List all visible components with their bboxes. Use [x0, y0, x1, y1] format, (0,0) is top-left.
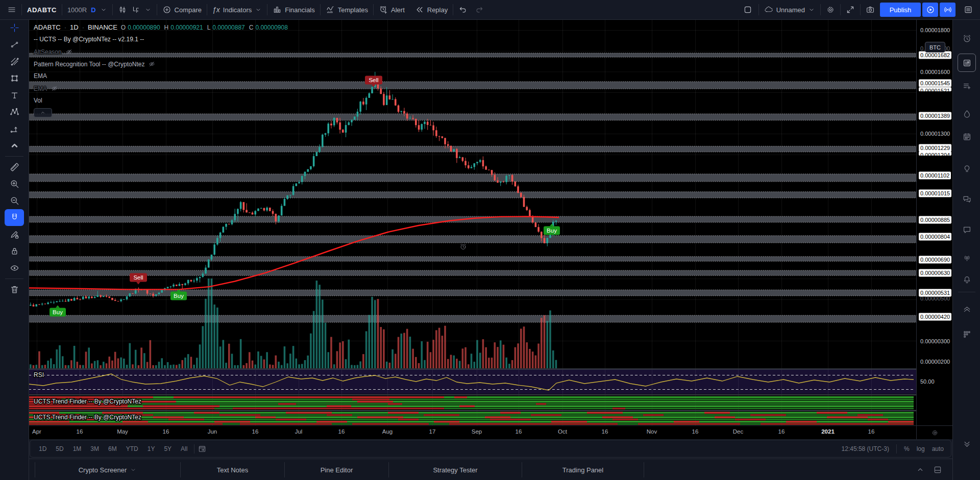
legend-row-vol[interactable]: Vol — [34, 97, 42, 104]
scale-toggle-percent[interactable]: % — [904, 445, 910, 452]
legend-study-title[interactable]: -- UCTS -- By @CryptoNTez -- v2.19.1 -- — [34, 36, 144, 43]
sidebar-calendar-button[interactable] — [958, 128, 975, 145]
price-axis[interactable]: BTC 0.000018000.000017000.000016000.0000… — [916, 19, 953, 425]
alert-button[interactable]: Alert — [374, 0, 410, 19]
time-axis[interactable]: Apr16May16Jun16Jul16Aug17Sep16Oct16Nov16… — [29, 425, 916, 439]
ruler-tool[interactable] — [5, 159, 24, 175]
layout-menu[interactable]: Unnamed — [759, 0, 820, 19]
financials-button[interactable]: Financials — [267, 0, 320, 19]
tab-trading-panel[interactable]: Trading Panel — [522, 462, 644, 477]
lock-tool[interactable] — [5, 243, 24, 260]
sidebar-chat-duo-button[interactable] — [958, 190, 975, 208]
range-button-ytd[interactable]: YTD — [122, 444, 142, 454]
go-to-date-icon[interactable] — [198, 444, 207, 453]
templates-button[interactable]: Templates — [321, 0, 373, 19]
axis-gear-icon[interactable] — [931, 429, 939, 437]
sidebar-dbl-chevron-down-button[interactable] — [958, 435, 975, 452]
prediction-tool[interactable] — [5, 120, 24, 137]
currency-toggle-button[interactable]: BTC — [925, 42, 945, 53]
indicators-button[interactable]: ƒx Indicators — [207, 0, 267, 19]
candles-style-icon[interactable] — [118, 5, 127, 14]
scale-toggle-auto[interactable]: auto — [932, 445, 944, 452]
symbol-search-button[interactable]: ADABTC — [22, 0, 62, 19]
publish-button[interactable]: Publish — [880, 3, 921, 17]
main-menu-button[interactable] — [0, 0, 21, 19]
tab-crypto-screener[interactable]: Crypto Screener — [35, 462, 181, 477]
range-button-1d[interactable]: 1D — [35, 444, 50, 454]
range-button-5d[interactable]: 5D — [52, 444, 67, 454]
legend-row-altseason[interactable]: AltSeason — [34, 48, 73, 56]
gear-icon[interactable] — [826, 5, 835, 14]
tab-strategy-tester[interactable]: Strategy Tester — [389, 462, 522, 477]
fullscreen-button[interactable] — [841, 0, 860, 19]
symbol-label[interactable]: ADABTC — [27, 6, 57, 14]
eye-off-icon[interactable] — [148, 60, 156, 68]
sidebar-streams-button[interactable] — [958, 249, 975, 266]
eye-off-icon[interactable] — [65, 48, 73, 56]
eye-off-icon[interactable] — [51, 85, 58, 92]
tab-pine-editor[interactable]: Pine Editor — [285, 462, 389, 477]
pitchfork-tool[interactable] — [5, 53, 24, 70]
undo-icon[interactable] — [458, 5, 468, 14]
zoom-out-tool[interactable] — [5, 192, 24, 209]
eye-tool[interactable] — [5, 260, 24, 276]
panel-layout-icon[interactable] — [933, 465, 942, 474]
chevron-down-icon[interactable] — [100, 6, 107, 13]
sidebar-object-tree-button[interactable] — [958, 300, 975, 317]
trash-tool[interactable] — [5, 281, 24, 298]
chart-style-selector[interactable] — [113, 0, 157, 19]
legend-row-pattern-recognition-tool-cryptontez[interactable]: Pattern Recognition Tool -- @CryptoNtez — [34, 60, 156, 68]
chart-area[interactable]: RSIUCTS Trend Finder -- By @CryptoNTezUC… — [29, 19, 916, 425]
interval-value[interactable]: 1000R — [67, 6, 87, 14]
compare-button[interactable]: Compare — [157, 0, 207, 19]
legend-row-ema[interactable]: EMA — [34, 72, 47, 80]
settings-button[interactable] — [821, 0, 840, 19]
sidebar-bell-button[interactable] — [958, 271, 975, 288]
hamburger-menu-icon[interactable] — [7, 5, 16, 14]
sidebar-data-window-button[interactable] — [958, 325, 975, 343]
range-button-all[interactable]: All — [177, 444, 191, 454]
shapes-tool[interactable] — [5, 70, 24, 87]
play-idea-button[interactable] — [922, 3, 938, 17]
range-button-3m[interactable]: 3M — [87, 444, 103, 454]
interval-unit[interactable]: D — [91, 6, 95, 14]
range-button-5y[interactable]: 5Y — [160, 444, 175, 454]
chevron-up-bold-tool[interactable] — [5, 137, 24, 154]
trend-line-tool[interactable] — [5, 36, 24, 53]
legend-symbol-row[interactable]: ADABTC · 1D · BINANCE O0.00000890H0.0000… — [34, 23, 290, 31]
sidebar-lightbulb-button[interactable] — [958, 160, 975, 177]
range-button-6m[interactable]: 6M — [105, 444, 120, 454]
legend-collapse-button[interactable] — [34, 108, 52, 117]
text-tool-tool[interactable] — [5, 87, 24, 104]
save-checkbox-icon[interactable] — [743, 5, 752, 14]
range-button-1y[interactable]: 1Y — [144, 444, 159, 454]
fullscreen-icon[interactable] — [846, 5, 855, 14]
watchlist-panel-icon[interactable] — [964, 5, 973, 14]
sidebar-news-button[interactable] — [958, 54, 976, 72]
broadcast-button[interactable] — [940, 3, 955, 17]
chevron-down-icon[interactable] — [808, 6, 815, 13]
camera-icon[interactable] — [866, 5, 875, 14]
layout-name[interactable]: Unnamed — [776, 6, 805, 14]
watchlist-panel-toggle[interactable] — [959, 0, 980, 19]
sidebar-alarm-clock-button[interactable] — [958, 30, 975, 47]
redo-icon[interactable] — [475, 5, 484, 14]
range-style-icon[interactable] — [131, 5, 140, 14]
crosshair-tool[interactable] — [5, 19, 24, 36]
chevron-down-icon[interactable] — [144, 6, 152, 13]
interval-selector[interactable]: 1000R D — [62, 0, 112, 19]
magnet-tool[interactable] — [5, 209, 24, 226]
clock-label[interactable]: 12:45:58 (UTC-3) — [842, 445, 889, 452]
scale-toggle-log[interactable]: log — [917, 445, 925, 452]
snapshot-button[interactable] — [861, 0, 880, 19]
chart-canvas[interactable]: RSIUCTS Trend Finder -- By @CryptoNTezUC… — [29, 19, 916, 425]
sidebar-list-plus-button[interactable] — [958, 77, 975, 94]
sidebar-chat-button[interactable] — [958, 221, 975, 238]
chevron-down-icon[interactable] — [255, 6, 262, 13]
replay-button[interactable]: Replay — [410, 0, 453, 19]
sidebar-hotlist-flame-button[interactable] — [958, 105, 975, 122]
tab-text-notes[interactable]: Text Notes — [181, 462, 285, 477]
zoom-in-tool[interactable] — [5, 175, 24, 192]
xabcd-pattern-tool[interactable] — [5, 104, 24, 120]
legend-row-ema[interactable]: EMA — [34, 85, 58, 92]
